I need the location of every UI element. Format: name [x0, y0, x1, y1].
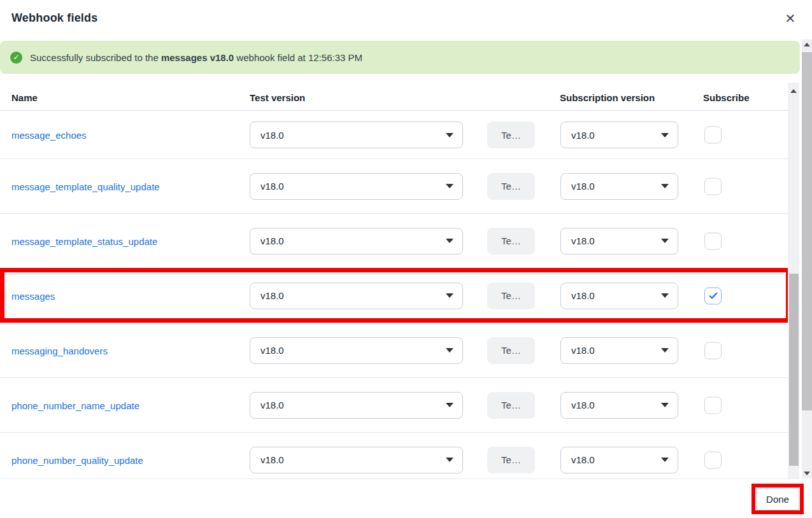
subscription-version-value: v18.0 — [571, 235, 595, 246]
chevron-down-icon — [661, 348, 669, 353]
test-button[interactable]: Te… — [487, 122, 535, 148]
modal-scrollbar[interactable] — [802, 39, 812, 479]
column-header-test-version: Test version — [250, 92, 305, 103]
subscription-version-select[interactable]: v18.0 — [560, 392, 678, 419]
table-scrollbar[interactable] — [788, 83, 799, 479]
test-version-value: v18.0 — [260, 345, 284, 356]
subscription-version-value: v18.0 — [571, 130, 595, 141]
checkmark-icon — [708, 290, 719, 302]
subscription-version-select[interactable]: v18.0 — [560, 447, 678, 473]
webhook-name-link[interactable]: phone_number_quality_update — [11, 454, 143, 465]
test-version-select[interactable]: v18.0 — [250, 337, 463, 364]
subscription-version-select[interactable]: v18.0 — [560, 337, 678, 364]
chevron-down-icon — [446, 348, 453, 353]
test-version-select[interactable]: v18.0 — [250, 173, 463, 200]
test-version-value: v18.0 — [260, 130, 284, 141]
test-version-value: v18.0 — [260, 454, 284, 465]
chevron-down-icon — [446, 458, 453, 462]
table-rows: message_echoes v18.0 Te… v18.0 message_t… — [0, 111, 788, 479]
subscribe-checkbox[interactable] — [704, 178, 722, 195]
chevron-down-icon — [661, 403, 669, 407]
done-button[interactable]: Done — [756, 487, 799, 510]
test-button[interactable]: Te… — [487, 228, 535, 255]
chevron-down-icon — [446, 133, 453, 137]
table-scrollbar-thumb[interactable] — [789, 274, 799, 466]
subscribe-checkbox[interactable] — [704, 396, 722, 414]
subscribe-checkbox[interactable] — [704, 287, 722, 304]
webhook-name-link[interactable]: phone_number_name_update — [11, 400, 139, 410]
test-version-value: v18.0 — [260, 181, 284, 192]
subscribe-checkbox[interactable] — [704, 342, 722, 359]
scroll-down-icon[interactable] — [804, 472, 810, 475]
subscribe-checkbox[interactable] — [704, 451, 722, 468]
test-button[interactable]: Te… — [487, 392, 535, 419]
success-banner-highlight: messages v18.0 — [161, 52, 234, 63]
subscription-version-select[interactable]: v18.0 — [560, 228, 678, 255]
success-check-icon: ✓ — [10, 52, 22, 64]
table-row: messages v18.0 Te… v18.0 — [0, 269, 788, 323]
test-version-select[interactable]: v18.0 — [250, 228, 463, 255]
chevron-down-icon — [446, 293, 453, 298]
scroll-up-icon[interactable] — [804, 43, 810, 46]
table-row: phone_number_quality_update v18.0 Te… v1… — [0, 433, 788, 479]
table-row: message_template_quality_update v18.0 Te… — [0, 159, 788, 214]
test-button[interactable]: Te… — [487, 173, 535, 200]
test-version-value: v18.0 — [260, 400, 284, 410]
subscribe-checkbox[interactable] — [704, 232, 722, 249]
table-row: messaging_handovers v18.0 Te… v18.0 — [0, 323, 788, 378]
success-banner-text: Successfully subscribed to the messages … — [30, 52, 362, 63]
close-icon: ✕ — [785, 11, 796, 26]
test-version-select[interactable]: v18.0 — [250, 392, 463, 419]
subscribe-checkbox[interactable] — [704, 127, 722, 144]
webhook-fields-dialog: Webhook fields ✕ ✓ Successfully subscrib… — [0, 0, 812, 518]
chevron-down-icon — [446, 239, 453, 243]
table-header: Name Test version Subscription version S… — [0, 83, 788, 111]
test-version-select[interactable]: v18.0 — [250, 283, 463, 309]
chevron-down-icon — [661, 184, 669, 188]
test-version-value: v18.0 — [260, 290, 284, 301]
test-button[interactable]: Te… — [487, 283, 535, 309]
close-button[interactable]: ✕ — [781, 9, 800, 28]
webhook-name-link[interactable]: message_template_status_update — [11, 235, 157, 246]
test-version-select[interactable]: v18.0 — [250, 122, 463, 148]
chevron-down-icon — [661, 239, 669, 243]
table-row: phone_number_name_update v18.0 Te… v18.0 — [0, 378, 788, 433]
subscription-version-value: v18.0 — [571, 290, 595, 301]
test-button[interactable]: Te… — [487, 337, 535, 364]
webhook-name-link[interactable]: messaging_handovers — [11, 345, 108, 356]
chevron-down-icon — [446, 184, 453, 188]
chevron-down-icon — [446, 403, 453, 407]
subscription-version-select[interactable]: v18.0 — [560, 173, 678, 200]
chevron-down-icon — [661, 133, 669, 137]
table-row: message_echoes v18.0 Te… v18.0 — [0, 111, 788, 159]
webhook-name-link[interactable]: message_template_quality_update — [11, 181, 160, 192]
subscription-version-select[interactable]: v18.0 — [560, 283, 678, 309]
subscription-version-select[interactable]: v18.0 — [560, 122, 678, 148]
column-header-name: Name — [11, 92, 38, 103]
chevron-down-icon — [661, 293, 669, 298]
chevron-down-icon — [661, 458, 669, 462]
dialog-title: Webhook fields — [11, 11, 97, 25]
column-header-subscription-version: Subscription version — [560, 92, 655, 103]
scroll-up-icon[interactable] — [790, 89, 797, 93]
test-version-value: v18.0 — [260, 235, 284, 246]
modal-scrollbar-thumb[interactable] — [802, 52, 812, 410]
subscription-version-value: v18.0 — [571, 345, 595, 356]
subscription-version-value: v18.0 — [571, 400, 595, 410]
webhook-name-link[interactable]: messages — [11, 290, 55, 301]
column-header-subscribe: Subscribe — [703, 92, 750, 103]
subscription-version-value: v18.0 — [571, 454, 595, 465]
success-banner: ✓ Successfully subscribed to the message… — [0, 41, 800, 74]
test-button[interactable]: Te… — [487, 447, 535, 473]
test-version-select[interactable]: v18.0 — [250, 447, 463, 473]
webhook-name-link[interactable]: message_echoes — [11, 130, 87, 141]
subscription-version-value: v18.0 — [571, 181, 595, 192]
footer-divider — [0, 479, 800, 479]
table-row: message_template_status_update v18.0 Te…… — [0, 214, 788, 269]
